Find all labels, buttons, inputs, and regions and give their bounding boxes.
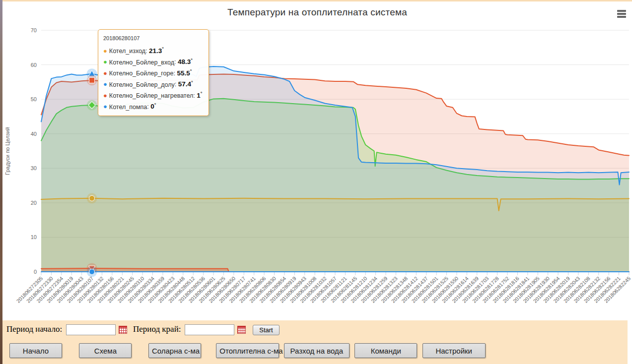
series-area [41,198,629,272]
start-button[interactable]: Start [253,325,279,335]
tooltip-row: ●Котел_помпа0 [103,100,203,112]
bottom-area: Период начало: Период край: Start Начало… [2,320,632,364]
marker-point [89,77,95,83]
y-axis-label: 30 [31,165,37,171]
hamburger-menu-icon[interactable] [617,10,626,18]
series-bullet-icon: ● [103,69,107,77]
controls-bar: Период начало: Период край: Start Начало… [2,320,628,364]
y-axis-label: 70 [31,27,37,33]
nav-button-water-usage[interactable]: Разход на вода [284,343,350,358]
tooltip-row: ●Котелно_Бойлер_горе55.5 [103,66,203,78]
period-row: Период начало: Период край: Start [2,324,628,336]
marker-point [89,195,95,201]
period-end-input[interactable] [185,324,234,335]
y-axis-label: 20 [31,200,37,206]
series-bullet-icon: ● [103,58,107,65]
marker-point [89,269,95,275]
tooltip-row: ●Котелно_Бойлер_вход48.3 [103,56,203,67]
y-axis-label: 40 [31,131,37,137]
period-end-label: Период край: [133,324,181,334]
nav-button-home[interactable]: Начало [9,343,62,358]
series-bullet-icon: ● [103,80,107,88]
y-axis-label: 60 [31,62,37,68]
tooltip-row: ●Котелно_Бойлер_долу57.4 [103,78,203,89]
nav-button-heating-system[interactable]: Отоплителна с-ма [216,343,279,358]
tooltip-row: ●Котелно_Бойлер_нагревател1 [103,89,203,100]
nav-button-schema[interactable]: Схема [79,343,132,358]
calendar-icon[interactable] [237,326,246,334]
series-bullet-icon: ● [103,47,107,55]
nav-buttons: Начало Схема Соларна с-ма Отоплителна с-… [2,343,486,358]
temperature-chart[interactable]: 010203040506070Градуси по Целзий20180627… [0,1,632,322]
series-bullet-icon: ● [103,92,107,99]
chart-panel: 010203040506070Градуси по Целзий20180627… [2,0,632,320]
y-axis-title: Градуси по Целзий [4,127,10,175]
y-axis-label: 50 [31,96,37,102]
nav-button-commands[interactable]: Команди [354,343,417,358]
page: 010203040506070Градуси по Целзий20180627… [0,0,632,364]
chart-tooltip: 201806280107 ●Котел_изход21.3 ●Котелно_Б… [98,29,209,116]
tooltip-row: ●Котел_изход21.3 [103,44,203,56]
chart-title: Температури на отоплителната система [2,7,632,18]
y-axis-label: 0 [34,269,37,275]
period-start-input[interactable] [66,324,116,335]
tooltip-timestamp: 201806280107 [103,34,203,43]
nav-button-solar-system[interactable]: Соларна с-ма [148,343,201,358]
period-start-label: Период начало: [6,324,62,334]
calendar-icon[interactable] [119,326,127,334]
nav-button-settings[interactable]: Настройки [422,343,486,358]
y-axis-label: 10 [31,234,37,240]
series-bullet-icon: ● [103,103,107,110]
